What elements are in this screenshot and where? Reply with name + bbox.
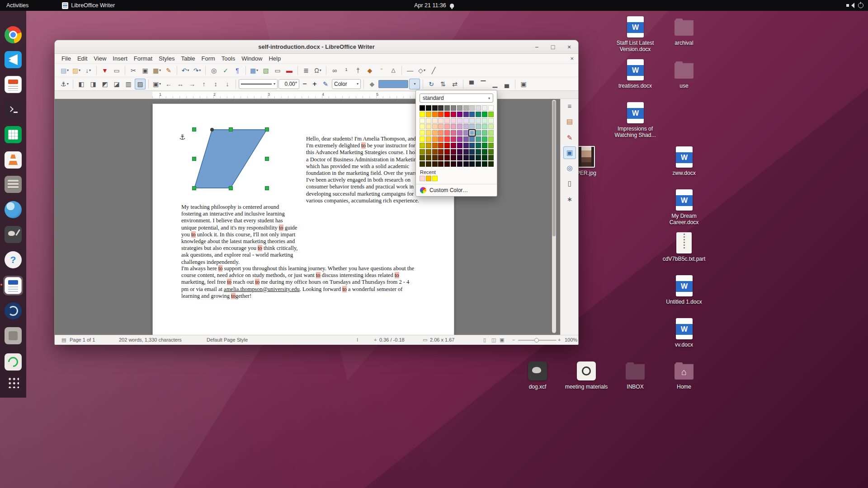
zoom-slider-handle[interactable] [534,338,539,343]
title-bar[interactable]: self-introduction.docx - LibreOffice Wri… [55,40,578,54]
color-swatch-DB6E93[interactable] [451,130,456,136]
color-swatch-1C102F[interactable] [463,155,469,160]
color-swatch-FFFF6E[interactable] [420,130,425,136]
color-swatch-7AB9A8[interactable] [476,130,481,136]
color-swatch-C79500[interactable] [426,143,431,148]
selected-shape[interactable] [192,127,269,190]
send-to-back-button[interactable]: ▄ [501,79,512,89]
wrap-before-button[interactable]: ◨ [88,79,99,89]
line-width-input[interactable]: 0.00″ [278,79,299,89]
color-swatch-005D1C[interactable] [482,149,487,155]
color-swatch-F5D6E1[interactable] [451,118,456,123]
color-swatch-333333[interactable] [438,105,443,111]
view-single-page-button[interactable]: ▯ [483,337,486,343]
color-swatch-FF3838[interactable] [444,136,450,142]
view-book-button[interactable]: ▣ [500,337,504,343]
insert-image-button[interactable]: ▧ [260,65,271,76]
color-swatch-00230B[interactable] [482,161,487,167]
scrollbar-thumb[interactable] [552,101,556,236]
color-swatch-E9A6BD[interactable] [451,124,456,129]
fill-color-dropdown[interactable]: ▾ [409,79,420,89]
color-swatch-360D00[interactable] [438,161,443,167]
color-swatch-A6E1B8[interactable] [482,124,487,129]
dock-item-google-chrome[interactable] [3,25,23,45]
color-swatch-FF0000[interactable] [444,112,450,117]
insert-hyperlink-button[interactable]: ∞ [329,65,340,76]
clone-formatting-button[interactable]: ✎ [163,65,174,76]
color-swatch-003811[interactable] [482,155,487,160]
view-multi-page-button[interactable]: ◫ [491,337,496,343]
color-swatch-3F0015[interactable] [451,155,456,160]
color-swatch-42256E[interactable] [463,143,469,148]
desktop-icon-cdv7bb5c-txt-part[interactable]: cdV7bB5c.txt.part [660,231,708,263]
desktop-icon-dog-xcf[interactable]: dog.xcf [514,359,561,390]
color-swatch-D3A6D3[interactable] [457,124,462,129]
open-button[interactable]: ▨▾ [71,65,82,76]
center-vertical-button[interactable]: ↕ [210,79,221,89]
color-swatch-2A002A[interactable] [457,155,462,160]
color-swatch-0C4938[interactable] [476,149,481,155]
color-swatch-FFFFA6[interactable] [420,124,425,129]
insert-special-character-button[interactable]: Ω▾ [312,65,323,76]
color-swatch-FFD6D6[interactable] [444,118,450,123]
color-swatch-2A6099[interactable] [469,112,475,117]
desktop-icon-zww-docx[interactable]: zww.docx [660,145,708,177]
color-swatch-120A1E[interactable] [463,161,469,167]
wrap-after-button[interactable]: ◩ [99,79,110,89]
color-swatch-2F1A4E[interactable] [463,149,469,155]
color-swatch-640064[interactable] [457,143,462,148]
line-width-increase-button[interactable]: + [310,79,319,89]
color-swatch-FFFF00[interactable] [420,112,425,117]
wrap-off-button[interactable]: ◧ [76,79,87,89]
color-swatch-DDDDDD[interactable] [476,105,481,111]
resize-handle-ne[interactable] [265,127,269,131]
export-pdf-button[interactable]: ▼ [99,65,110,76]
color-swatch-C4B7D7[interactable] [463,124,469,129]
intro-paragraph[interactable]: Hello, dear students! I'm Amelia Thompso… [306,136,429,204]
color-swatch-47750E[interactable] [488,149,494,155]
color-swatch-111111[interactable] [426,105,431,111]
color-swatch-FF926E[interactable] [438,130,443,136]
color-swatch-65A514[interactable] [488,143,494,148]
dock-item-terminal[interactable] [3,100,23,120]
clock[interactable]: Apr 21 11:36 [414,2,446,9]
resize-handle-w[interactable] [192,157,196,161]
zoom-in-button[interactable]: + [558,337,561,343]
color-swatch-EEEEEE[interactable] [482,105,487,111]
insert-footnote-button[interactable]: ¹ [341,65,352,76]
palette-select[interactable]: standard ▾ [420,94,493,103]
paste-button[interactable]: ▦▾ [151,65,162,76]
page-count[interactable]: Page 1 of 1 [70,337,95,343]
color-swatch-5983AF[interactable] [469,136,475,142]
focused-app-indicator[interactable]: LibreOffice Writer [62,2,115,9]
color-swatch-C7C700[interactable] [420,143,425,148]
color-swatch-541500[interactable] [438,155,443,160]
color-swatch-38BC60[interactable] [482,136,487,142]
color-swatch-C76400[interactable] [432,143,438,148]
copy-button[interactable]: ▣ [140,65,151,76]
anchor-marker-icon[interactable]: ⚓ [179,133,185,141]
color-swatch-FFDB6E[interactable] [426,130,431,136]
parallelogram-shape[interactable] [194,130,267,188]
align-objects-button[interactable]: ▣▾ [151,79,162,89]
insert-endnote-button[interactable]: † [353,65,363,76]
insert-text-box-button[interactable]: ▭ [272,65,283,76]
sidebar-tab-page[interactable]: ▯ [563,177,576,190]
desktop-icon-staff-list-latest-version-docx[interactable]: Staff List Latest Version.docx [612,15,659,53]
dock-item-utility-app[interactable] [3,326,23,346]
color-swatch-360000[interactable] [444,161,450,167]
insert-field-button[interactable]: ≣ [301,65,311,76]
color-swatch-C70000[interactable] [444,143,450,148]
color-swatch-545400[interactable] [420,155,425,160]
show-applications-button[interactable] [3,372,23,392]
center-horizontal-button[interactable]: ↔ [175,79,186,89]
formatting-marks-button[interactable]: ¶ [232,65,243,76]
color-swatch-361B00[interactable] [432,161,438,167]
color-swatch-0E2032[interactable] [469,155,475,160]
color-swatch-E4DEED[interactable] [463,118,469,123]
vertical-scrollbar[interactable] [552,100,556,333]
color-swatch-999999[interactable] [457,105,462,111]
insert-page-break-button[interactable]: ▬ [284,65,295,76]
dock-item-files[interactable] [3,174,23,194]
color-swatch-363600[interactable] [420,161,425,167]
